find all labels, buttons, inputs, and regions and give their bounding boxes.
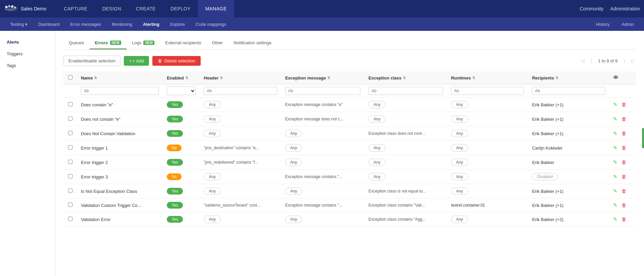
cell-exception-message: Exception message contains "... [281, 170, 364, 184]
th-exception-message[interactable]: Exception message ⇅ [281, 71, 364, 85]
row-checkbox[interactable] [68, 217, 72, 221]
delete-selection-button[interactable]: 🗑 Delete selection [152, 56, 201, 66]
edit-button[interactable]: ✎ [613, 188, 617, 194]
tab-other[interactable]: Other [206, 38, 228, 49]
nav-design[interactable]: DESIGN [95, 0, 129, 17]
th-actions: 👁 [609, 71, 636, 85]
row-checkbox[interactable] [68, 160, 72, 164]
sidebar: Alerts Triggers Tags [0, 31, 55, 276]
add-button[interactable]: + + Add [124, 56, 149, 66]
cell-header: Any [200, 170, 281, 184]
filter-runtimes-input[interactable] [451, 87, 524, 95]
filter-exception-class-input[interactable] [368, 87, 443, 95]
filter-recipients-input[interactable] [532, 87, 605, 95]
first-page-button[interactable]: ⟨⟨ [580, 57, 587, 65]
nav-administration[interactable]: Administration [610, 6, 640, 11]
sec-nav-testing[interactable]: Testing ▾ [5, 17, 32, 31]
app-title: Sales Demo [21, 6, 46, 11]
edit-button[interactable]: ✎ [613, 130, 617, 136]
nav-deploy[interactable]: DEPLOY [163, 0, 198, 17]
cell-exception-message: Any [281, 141, 364, 155]
delete-button[interactable]: 🗑 [622, 102, 627, 107]
delete-button[interactable]: 🗑 [622, 116, 627, 122]
main-content: Queues Errors NEW Logs NEW External reci… [55, 31, 644, 276]
edit-button[interactable]: ✎ [613, 116, 617, 122]
row-checkbox[interactable] [68, 116, 72, 121]
sidebar-item-alerts[interactable]: Alerts [0, 36, 55, 48]
nav-create[interactable]: CREATE [129, 0, 163, 17]
sort-enabled-icon: ⇅ [185, 76, 188, 80]
delete-button[interactable]: 🗑 [622, 202, 627, 208]
table-row: Error trigger 1No"jms_destination" conta… [63, 141, 636, 155]
sec-nav-error-messages[interactable]: Error messages [65, 17, 106, 31]
th-recipients[interactable]: Recipients ⇅ [528, 71, 609, 85]
delete-button[interactable]: 🗑 [622, 188, 627, 194]
edit-button[interactable]: ✎ [613, 174, 617, 179]
select-all-checkbox[interactable] [68, 75, 72, 79]
filter-name-input[interactable] [81, 87, 159, 95]
cell-enabled: Yes [163, 199, 200, 212]
prev-page-button[interactable]: ⟨ [588, 57, 594, 65]
filter-header-cell [200, 85, 281, 98]
tab-notification-settings[interactable]: Notification settings [228, 38, 277, 49]
th-exception-class[interactable]: Exception class ⇅ [364, 71, 447, 85]
th-header[interactable]: Header ⇅ [200, 71, 281, 85]
svg-point-1 [5, 6, 8, 8]
edit-button[interactable]: ✎ [613, 216, 617, 222]
header-any-pill: Any [204, 130, 221, 137]
filter-enabled-select[interactable]: Yes No [167, 87, 196, 95]
edit-button[interactable]: ✎ [613, 159, 617, 165]
tab-bar: Queues Errors NEW Logs NEW External reci… [63, 38, 636, 50]
row-checkbox[interactable] [68, 131, 72, 135]
cell-name: Validation Error [77, 212, 163, 227]
app-logo[interactable]: Sales Demo [4, 4, 46, 13]
row-checkbox[interactable] [68, 174, 72, 178]
row-checkbox[interactable] [68, 145, 72, 150]
edit-button[interactable]: ✎ [613, 145, 617, 151]
runtimes-any-pill: Any [451, 144, 468, 152]
cell-exception-message: Any [281, 126, 364, 141]
cell-name: Does not contain "e" [77, 112, 163, 126]
table-filter-row: Yes No [63, 85, 636, 98]
th-runtimes[interactable]: Runtimes ⇅ [447, 71, 528, 85]
header-any-pill: Any [204, 101, 221, 108]
filter-exception-message-input[interactable] [285, 87, 360, 95]
nav-manage[interactable]: MANAGE [198, 0, 234, 17]
row-checkbox[interactable] [68, 203, 72, 207]
sec-nav-monitoring[interactable]: Monitoring [107, 17, 137, 31]
next-page-button[interactable]: ⟩ [622, 57, 627, 65]
delete-button[interactable]: 🗑 [622, 145, 627, 151]
nav-community[interactable]: Community [580, 6, 604, 11]
delete-button[interactable]: 🗑 [622, 159, 627, 165]
sec-nav-alerting[interactable]: Alerting [138, 17, 164, 31]
edit-button[interactable]: ✎ [613, 202, 617, 208]
nav-capture[interactable]: CAPTURE [56, 0, 95, 17]
delete-button[interactable]: 🗑 [622, 130, 627, 136]
sec-nav-history[interactable]: History [591, 17, 614, 31]
cell-runtimes: Any [447, 212, 528, 227]
edit-button[interactable]: ✎ [613, 102, 617, 107]
exception-class-any-pill: Any [368, 101, 386, 108]
delete-button[interactable]: 🗑 [622, 174, 627, 179]
th-name[interactable]: Name ⇅ [77, 71, 163, 85]
eye-icon[interactable]: 👁 [613, 75, 618, 80]
tab-external-recipients[interactable]: External recipients [160, 38, 206, 49]
enable-disable-button[interactable]: Enable/disable selection [63, 56, 120, 66]
sidebar-item-triggers[interactable]: Triggers [0, 48, 55, 60]
tab-queues[interactable]: Queues [63, 38, 90, 49]
sec-nav-dashboard[interactable]: Dashboard [34, 17, 64, 31]
sidebar-item-tags[interactable]: Tags [0, 60, 55, 71]
last-page-button[interactable]: ⟩⟩ [629, 57, 636, 65]
tab-logs[interactable]: Logs NEW [127, 38, 160, 49]
filter-header-input[interactable] [204, 87, 277, 95]
sec-nav-admin[interactable]: Admin [617, 17, 639, 31]
row-checkbox[interactable] [68, 188, 72, 193]
tab-errors[interactable]: Errors NEW [90, 38, 127, 49]
sec-nav-explore[interactable]: Explore [165, 17, 190, 31]
row-checkbox[interactable] [68, 102, 72, 106]
sec-nav-code-mappings[interactable]: Code mappings [191, 17, 231, 31]
runtimes-any-pill: Any [451, 159, 468, 166]
scroll-indicator [642, 128, 644, 148]
th-enabled[interactable]: Enabled ⇅ [163, 71, 200, 85]
delete-button[interactable]: 🗑 [622, 216, 627, 222]
